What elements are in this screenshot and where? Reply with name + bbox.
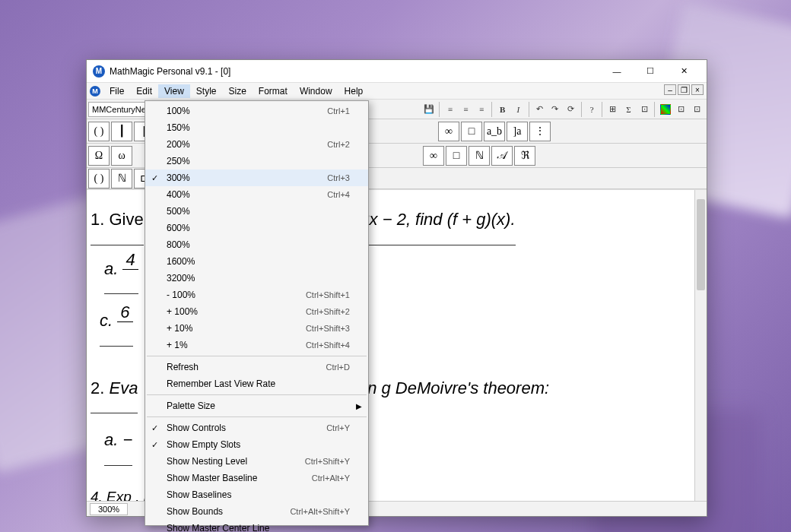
menu-item-show-master-center-line[interactable]: Show Master Center Line: [145, 520, 368, 532]
menu-item-100-[interactable]: 100%Ctrl+1: [145, 103, 368, 119]
menu-item-label: 1600%: [167, 256, 350, 267]
menu-format[interactable]: Format: [253, 84, 294, 98]
mdi-restore[interactable]: ❐: [678, 84, 690, 95]
save-button[interactable]: 💾: [421, 101, 437, 118]
menu-item-600-[interactable]: 600%: [145, 220, 368, 236]
menu-item-label: Refresh: [167, 362, 326, 372]
menu-item-200-[interactable]: 200%Ctrl+2: [145, 136, 368, 153]
menu-item-1600-[interactable]: 1600%: [145, 253, 368, 270]
menu-item-shortcut: Ctrl+3: [327, 173, 350, 182]
text: Eva: [109, 378, 138, 397]
menu-item-refresh[interactable]: RefreshCtrl+D: [145, 359, 368, 375]
menu-item-show-master-baseline[interactable]: Show Master BaselineCtrl+Alt+Y: [145, 470, 368, 486]
palette-button[interactable]: ( ): [88, 169, 110, 188]
menu-view[interactable]: View: [158, 84, 190, 98]
menu-item-500-[interactable]: 500%: [145, 203, 368, 220]
palette-button[interactable]: ℕ: [111, 169, 132, 188]
palette-button[interactable]: Ω: [88, 146, 110, 166]
menu-item-label: Show Nesting Level: [167, 456, 305, 467]
align-right-button[interactable]: ≡: [474, 101, 490, 118]
bold-button[interactable]: B: [494, 101, 510, 118]
scrollbar-thumb[interactable]: [697, 199, 705, 290]
palette-button[interactable]: ℜ: [514, 146, 535, 166]
menu-item-shortcut: Ctrl+4: [327, 190, 350, 199]
menu-style[interactable]: Style: [190, 84, 223, 98]
text: 4: [122, 251, 138, 270]
align-left-button[interactable]: ≡: [442, 101, 458, 118]
undo-button[interactable]: ↶: [532, 101, 548, 118]
palette-button[interactable]: □: [461, 122, 482, 141]
help-button[interactable]: ?: [584, 101, 600, 118]
menu-item-show-baselines[interactable]: Show Baselines: [145, 486, 368, 503]
menu-item-shortcut: Ctrl+1: [327, 106, 350, 116]
menu-item--10-[interactable]: + 10%Ctrl+Shift+3: [145, 320, 368, 337]
menu-item-label: 500%: [167, 206, 350, 217]
menu-item-800-[interactable]: 800%: [145, 236, 368, 253]
menu-item-label: 600%: [167, 223, 350, 233]
menu-item-shortcut: Ctrl+Shift+Y: [305, 457, 350, 466]
matrix-button[interactable]: ⊞: [605, 101, 621, 118]
menu-item-shortcut: Ctrl+2: [327, 140, 350, 149]
palette-button[interactable]: □: [446, 146, 467, 166]
menu-item-label: Show Controls: [167, 423, 326, 433]
menu-item-show-bounds[interactable]: Show BoundsCtrl+Alt+Shift+Y: [145, 503, 368, 520]
menu-item-label: 250%: [167, 156, 350, 166]
menu-item-show-controls[interactable]: ✓Show ControlsCtrl+Y: [145, 420, 368, 436]
minimize-button[interactable]: —: [600, 61, 634, 82]
titlebar[interactable]: M MathMagic Personal v9.1 - [0] — ☐ ✕: [87, 60, 707, 83]
grid2-button[interactable]: ⊡: [689, 101, 705, 118]
menu-item--100-[interactable]: - 100%Ctrl+Shift+1: [145, 287, 368, 303]
menu-item-250-[interactable]: 250%: [145, 153, 368, 169]
palette-button[interactable]: ∞: [423, 146, 444, 166]
menu-item-shortcut: Ctrl+Shift+4: [306, 340, 350, 350]
menubar: M FileEditViewStyleSizeFormatWindowHelp …: [87, 83, 707, 100]
zoom-level[interactable]: 300%: [90, 503, 128, 515]
palette-button[interactable]: ┃: [111, 122, 132, 141]
table-button[interactable]: ⊡: [637, 101, 653, 118]
close-button[interactable]: ✕: [667, 61, 700, 82]
grid-button[interactable]: ⊡: [674, 101, 690, 118]
menu-item-400-[interactable]: 400%Ctrl+4: [145, 186, 368, 203]
refresh-button[interactable]: ⟳: [563, 101, 579, 118]
text: a.: [104, 259, 118, 278]
palette-button[interactable]: ∞: [438, 122, 459, 141]
menu-item-remember-last-view-rate[interactable]: Remember Last View Rate: [145, 375, 368, 392]
align-center-button[interactable]: ≡: [458, 101, 474, 118]
menu-file[interactable]: File: [103, 84, 130, 98]
menu-item-3200-[interactable]: 3200%: [145, 270, 368, 287]
text: 1. Give: [91, 210, 144, 229]
menu-item--100-[interactable]: + 100%Ctrl+Shift+2: [145, 303, 368, 320]
palette-button[interactable]: ⋮: [529, 122, 551, 141]
menu-item-300-[interactable]: ✓300%Ctrl+3: [145, 169, 368, 186]
palette-button[interactable]: a_b: [484, 122, 505, 141]
palette-button[interactable]: 𝒜: [491, 146, 513, 166]
separator: [602, 102, 602, 117]
mdi-minimize[interactable]: –: [664, 84, 676, 95]
menu-item-label: - 100%: [167, 290, 306, 300]
menu-edit[interactable]: Edit: [130, 84, 158, 98]
menu-item-150-[interactable]: 150%: [145, 119, 368, 136]
menu-window[interactable]: Window: [294, 84, 338, 98]
italic-button[interactable]: I: [510, 101, 526, 118]
vertical-scrollbar[interactable]: [694, 190, 707, 501]
separator: [581, 102, 582, 117]
redo-button[interactable]: ↷: [547, 101, 563, 118]
menu-help[interactable]: Help: [338, 84, 370, 98]
menu-item-show-nesting-level[interactable]: Show Nesting LevelCtrl+Shift+Y: [145, 453, 368, 470]
menu-size[interactable]: Size: [223, 84, 253, 98]
window-title: MathMagic Personal v9.1 - [0]: [110, 66, 600, 77]
color-button[interactable]: [660, 104, 670, 115]
menu-item-label: 150%: [167, 122, 350, 133]
palette-button[interactable]: ℕ: [469, 146, 490, 166]
palette-button[interactable]: ω: [111, 146, 132, 166]
palette-button[interactable]: ]a: [507, 122, 528, 141]
menu-item--1-[interactable]: + 1%Ctrl+Shift+4: [145, 337, 368, 353]
menu-item-label: 800%: [167, 239, 350, 250]
menu-item-label: Show Master Baseline: [167, 473, 312, 483]
maximize-button[interactable]: ☐: [634, 61, 667, 82]
menu-item-show-empty-slots[interactable]: ✓Show Empty Slots: [145, 436, 368, 453]
palette-button[interactable]: ( ): [88, 122, 110, 141]
menu-item-palette-size[interactable]: Palette Size▶: [145, 397, 368, 414]
sigma-button[interactable]: Σ: [621, 101, 637, 118]
mdi-close[interactable]: ×: [691, 84, 704, 95]
